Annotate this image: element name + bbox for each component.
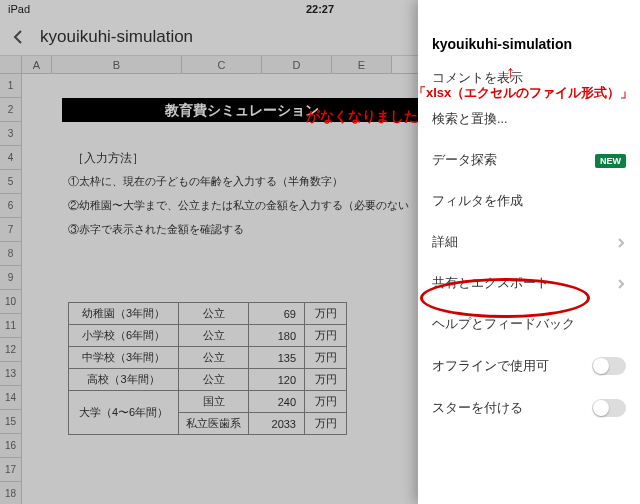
cell-type: 公立 bbox=[179, 303, 249, 325]
row-18[interactable]: 18 bbox=[0, 482, 22, 504]
cell-type: 公立 bbox=[179, 325, 249, 347]
instruction-1: ①太枠に、現在の子どもの年齢を入力する（半角数字） bbox=[68, 174, 343, 189]
row-8[interactable]: 8 bbox=[0, 242, 22, 266]
cell-label: 小学校（6年間） bbox=[69, 325, 179, 347]
cell-amount: 120 bbox=[249, 369, 305, 391]
row-headers: 123 456 789 101112 131415 161718 bbox=[0, 74, 22, 504]
toggle-switch[interactable] bbox=[592, 357, 626, 375]
spreadsheet[interactable]: A B C D E 123 456 789 101112 131415 1617… bbox=[0, 56, 418, 504]
menu-offline-toggle[interactable]: オフラインで使用可 bbox=[418, 345, 640, 387]
cost-table: 幼稚園（3年間） 公立 69 万円 小学校（6年間） 公立 180 万円 中学校… bbox=[68, 302, 347, 435]
menu-label: コメントを表示 bbox=[432, 70, 523, 87]
side-panel: kyouikuhi-simulation コメントを表示 検索と置換... デー… bbox=[418, 0, 640, 504]
input-method-heading: ［入力方法］ bbox=[72, 150, 144, 167]
chevron-right-icon bbox=[616, 238, 626, 248]
column-headers: A B C D E bbox=[0, 56, 418, 74]
cell-amount: 180 bbox=[249, 325, 305, 347]
table-row[interactable]: 幼稚園（3年間） 公立 69 万円 bbox=[69, 303, 347, 325]
cell-type: 公立 bbox=[179, 369, 249, 391]
toggle-switch[interactable] bbox=[592, 399, 626, 417]
cell-unit: 万円 bbox=[305, 391, 347, 413]
col-B[interactable]: B bbox=[52, 56, 182, 73]
document-title[interactable]: kyouikuhi-simulation bbox=[40, 27, 193, 47]
cell-unit: 万円 bbox=[305, 347, 347, 369]
cell-type: 公立 bbox=[179, 347, 249, 369]
menu-label: 検索と置換... bbox=[432, 111, 507, 128]
col-E[interactable]: E bbox=[332, 56, 392, 73]
menu-star-toggle[interactable]: スターを付ける bbox=[418, 387, 640, 429]
cell-label: 幼稚園（3年間） bbox=[69, 303, 179, 325]
menu-label: ヘルプとフィードバック bbox=[432, 316, 575, 333]
row-3[interactable]: 3 bbox=[0, 122, 22, 146]
back-icon[interactable] bbox=[10, 29, 26, 45]
row-7[interactable]: 7 bbox=[0, 218, 22, 242]
cell-label: 高校（3年間） bbox=[69, 369, 179, 391]
cell-type: 国立 bbox=[179, 391, 249, 413]
table-row[interactable]: 小学校（6年間） 公立 180 万円 bbox=[69, 325, 347, 347]
menu-label: データ探索 bbox=[432, 152, 497, 169]
menu-show-comments[interactable]: コメントを表示 bbox=[418, 58, 640, 99]
instruction-2: ②幼稚園〜大学まで、公立または私立の金額を入力する（必要のない bbox=[68, 198, 409, 213]
sheet-title-band: 教育費シミュレーション bbox=[62, 98, 422, 122]
menu-share-export[interactable]: 共有とエクスポート bbox=[418, 263, 640, 304]
cell-unit: 万円 bbox=[305, 303, 347, 325]
row-14[interactable]: 14 bbox=[0, 386, 22, 410]
row-4[interactable]: 4 bbox=[0, 146, 22, 170]
cell-amount: 69 bbox=[249, 303, 305, 325]
new-badge: NEW bbox=[595, 154, 626, 168]
menu-label: フィルタを作成 bbox=[432, 193, 523, 210]
row-2[interactable]: 2 bbox=[0, 98, 22, 122]
cell-label: 大学（4〜6年間） bbox=[69, 391, 179, 435]
menu-label: 詳細 bbox=[432, 234, 458, 251]
row-12[interactable]: 12 bbox=[0, 338, 22, 362]
cell-label: 中学校（3年間） bbox=[69, 347, 179, 369]
device-label: iPad bbox=[8, 3, 30, 15]
table-row[interactable]: 大学（4〜6年間） 国立 240 万円 bbox=[69, 391, 347, 413]
row-6[interactable]: 6 bbox=[0, 194, 22, 218]
menu-label: オフラインで使用可 bbox=[432, 358, 549, 375]
corner-cell bbox=[0, 56, 22, 73]
menu-label: 共有とエクスポート bbox=[432, 275, 549, 292]
chevron-right-icon bbox=[616, 279, 626, 289]
menu-help-feedback[interactable]: ヘルプとフィードバック bbox=[418, 304, 640, 345]
menu-find-replace[interactable]: 検索と置換... bbox=[418, 99, 640, 140]
row-15[interactable]: 15 bbox=[0, 410, 22, 434]
row-10[interactable]: 10 bbox=[0, 290, 22, 314]
row-17[interactable]: 17 bbox=[0, 458, 22, 482]
col-D[interactable]: D bbox=[262, 56, 332, 73]
cell-type: 私立医歯系 bbox=[179, 413, 249, 435]
cell-unit: 万円 bbox=[305, 413, 347, 435]
row-13[interactable]: 13 bbox=[0, 362, 22, 386]
instruction-3: ③赤字で表示された金額を確認する bbox=[68, 222, 244, 237]
menu-create-filter[interactable]: フィルタを作成 bbox=[418, 181, 640, 222]
row-1[interactable]: 1 bbox=[0, 74, 22, 98]
panel-title: kyouikuhi-simulation bbox=[418, 18, 640, 58]
col-C[interactable]: C bbox=[182, 56, 262, 73]
cell-amount: 240 bbox=[249, 391, 305, 413]
clock: 22:27 bbox=[306, 3, 334, 15]
cell-unit: 万円 bbox=[305, 325, 347, 347]
cell-amount: 135 bbox=[249, 347, 305, 369]
row-9[interactable]: 9 bbox=[0, 266, 22, 290]
menu-data-explore[interactable]: データ探索 NEW bbox=[418, 140, 640, 181]
row-11[interactable]: 11 bbox=[0, 314, 22, 338]
table-row[interactable]: 高校（3年間） 公立 120 万円 bbox=[69, 369, 347, 391]
cell-unit: 万円 bbox=[305, 369, 347, 391]
menu-label: スターを付ける bbox=[432, 400, 523, 417]
menu-details[interactable]: 詳細 bbox=[418, 222, 640, 263]
row-16[interactable]: 16 bbox=[0, 434, 22, 458]
table-row[interactable]: 中学校（3年間） 公立 135 万円 bbox=[69, 347, 347, 369]
col-A[interactable]: A bbox=[22, 56, 52, 73]
cell-amount: 2033 bbox=[249, 413, 305, 435]
row-5[interactable]: 5 bbox=[0, 170, 22, 194]
